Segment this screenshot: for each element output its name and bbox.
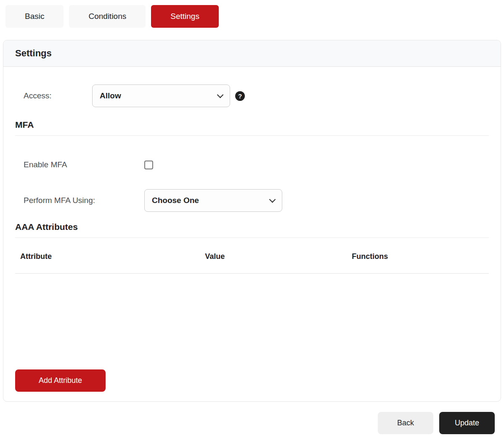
perform-mfa-selected-value: Choose One [152,196,199,205]
page-title: Settings [15,48,489,59]
access-row: Access: Allow ? [15,84,489,107]
settings-panel-body: Access: Allow ? MFA Enable MFA Perform M… [3,84,501,401]
tab-basic[interactable]: Basic [5,5,64,28]
footer-actions: Back Update [0,412,495,434]
enable-mfa-label: Enable MFA [15,160,144,169]
update-button[interactable]: Update [439,412,495,434]
column-header-value: Value [200,252,347,274]
perform-mfa-label: Perform MFA Using: [15,196,144,205]
add-attribute-button[interactable]: Add Attribute [15,369,106,392]
access-select[interactable]: Allow [92,84,230,107]
access-label: Access: [15,91,92,100]
settings-panel-header: Settings [3,40,501,67]
aaa-attributes-table-body [15,274,489,369]
column-header-functions: Functions [347,252,489,274]
column-header-attribute: Attribute [15,252,200,274]
chevron-down-icon [217,91,224,98]
perform-mfa-select[interactable]: Choose One [144,189,282,212]
tab-settings[interactable]: Settings [151,5,219,28]
back-button[interactable]: Back [378,412,433,434]
mfa-section-heading: MFA [15,120,489,136]
access-selected-value: Allow [100,91,121,100]
settings-panel: Settings Access: Allow ? MFA Enable MFA … [3,40,501,402]
help-question-icon[interactable]: ? [235,91,245,101]
aaa-attributes-table: Attribute Value Functions [15,252,489,369]
empty-table-area [15,274,489,369]
tab-conditions[interactable]: Conditions [69,5,146,28]
enable-mfa-row: Enable MFA [15,160,489,169]
wizard-tabs: Basic Conditions Settings [0,0,504,28]
chevron-down-icon [269,196,276,203]
table-header-row: Attribute Value Functions [15,252,489,274]
perform-mfa-row: Perform MFA Using: Choose One [15,189,489,212]
enable-mfa-checkbox[interactable] [144,161,153,169]
aaa-attributes-heading: AAA Attributes [15,222,489,238]
